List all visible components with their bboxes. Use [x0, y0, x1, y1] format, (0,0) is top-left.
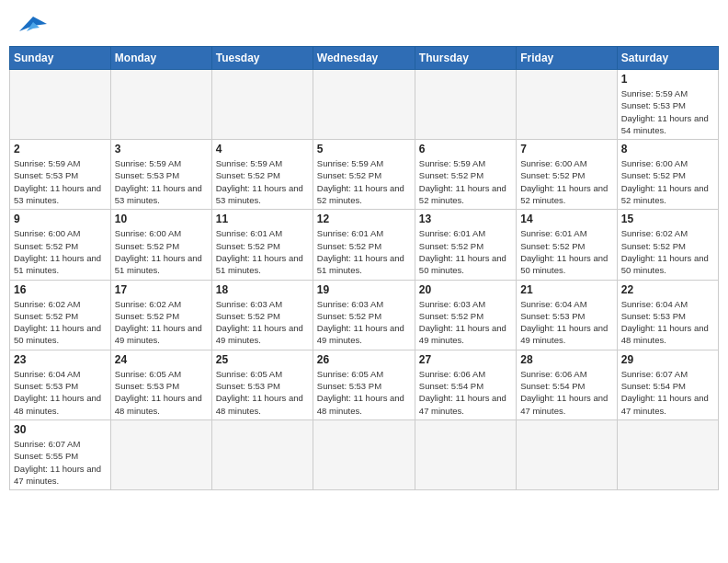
calendar-cell: 11Sunrise: 6:01 AMSunset: 5:52 PMDayligh… [211, 210, 313, 280]
day-number: 14 [520, 213, 612, 225]
calendar-cell [415, 70, 516, 140]
calendar-cell [211, 70, 313, 140]
day-info: Sunrise: 5:59 AMSunset: 5:52 PMDaylight:… [317, 157, 411, 206]
day-info: Sunrise: 6:07 AMSunset: 5:55 PMDaylight:… [14, 438, 107, 487]
calendar-cell [10, 70, 111, 140]
day-number: 6 [419, 143, 512, 155]
calendar-cell: 19Sunrise: 6:03 AMSunset: 5:52 PMDayligh… [313, 280, 415, 350]
day-number: 15 [621, 213, 714, 225]
day-info: Sunrise: 6:05 AMSunset: 5:53 PMDaylight:… [216, 368, 309, 417]
day-number: 4 [216, 143, 309, 155]
calendar-cell: 4Sunrise: 5:59 AMSunset: 5:52 PMDaylight… [211, 140, 313, 210]
day-info: Sunrise: 6:06 AMSunset: 5:54 PMDaylight:… [419, 368, 512, 417]
week-row-1: 1Sunrise: 5:59 AMSunset: 5:53 PMDaylight… [10, 70, 719, 140]
day-number: 1 [621, 73, 714, 86]
calendar-cell: 26Sunrise: 6:05 AMSunset: 5:53 PMDayligh… [313, 350, 415, 419]
weekday-header-saturday: Saturday [617, 47, 718, 70]
calendar-cell [313, 70, 415, 140]
calendar-cell [110, 419, 211, 489]
day-info: Sunrise: 5:59 AMSunset: 5:53 PMDaylight:… [14, 157, 107, 206]
calendar-cell: 23Sunrise: 6:04 AMSunset: 5:53 PMDayligh… [10, 350, 111, 419]
calendar-cell: 29Sunrise: 6:07 AMSunset: 5:54 PMDayligh… [617, 350, 718, 419]
day-number: 3 [115, 143, 208, 155]
calendar-cell: 10Sunrise: 6:00 AMSunset: 5:52 PMDayligh… [110, 210, 211, 280]
weekday-header-wednesday: Wednesday [313, 47, 415, 70]
day-info: Sunrise: 6:07 AMSunset: 5:54 PMDaylight:… [621, 368, 714, 417]
calendar-cell: 14Sunrise: 6:01 AMSunset: 5:52 PMDayligh… [517, 210, 617, 280]
calendar-cell [211, 419, 313, 489]
calendar-cell [110, 70, 211, 140]
day-info: Sunrise: 6:03 AMSunset: 5:52 PMDaylight:… [216, 298, 309, 347]
weekday-header-thursday: Thursday [415, 47, 516, 70]
day-info: Sunrise: 6:00 AMSunset: 5:52 PMDaylight:… [115, 227, 208, 276]
weekday-header-sunday: Sunday [10, 47, 111, 70]
day-number: 28 [520, 353, 612, 366]
day-number: 16 [14, 283, 107, 296]
calendar-cell: 24Sunrise: 6:05 AMSunset: 5:53 PMDayligh… [110, 350, 211, 419]
week-row-3: 9Sunrise: 6:00 AMSunset: 5:52 PMDaylight… [10, 210, 719, 280]
day-number: 2 [14, 143, 107, 155]
day-number: 9 [14, 213, 107, 225]
day-info: Sunrise: 6:03 AMSunset: 5:52 PMDaylight:… [317, 298, 411, 347]
day-info: Sunrise: 6:00 AMSunset: 5:52 PMDaylight:… [520, 157, 612, 206]
weekday-header-monday: Monday [110, 47, 211, 70]
calendar-cell: 27Sunrise: 6:06 AMSunset: 5:54 PMDayligh… [415, 350, 516, 419]
day-number: 24 [115, 353, 208, 366]
day-info: Sunrise: 6:02 AMSunset: 5:52 PMDaylight:… [14, 298, 107, 347]
day-number: 22 [621, 283, 714, 296]
day-number: 11 [216, 213, 309, 225]
calendar-cell: 6Sunrise: 5:59 AMSunset: 5:52 PMDaylight… [415, 140, 516, 210]
calendar-cell [415, 419, 516, 489]
week-row-2: 2Sunrise: 5:59 AMSunset: 5:53 PMDaylight… [10, 140, 719, 210]
calendar-cell: 12Sunrise: 6:01 AMSunset: 5:52 PMDayligh… [313, 210, 415, 280]
day-info: Sunrise: 6:00 AMSunset: 5:52 PMDaylight:… [621, 157, 714, 206]
weekday-header-tuesday: Tuesday [211, 47, 313, 70]
logo-bird-icon [19, 13, 47, 35]
day-info: Sunrise: 6:04 AMSunset: 5:53 PMDaylight:… [520, 298, 612, 347]
day-number: 29 [621, 353, 714, 366]
day-number: 5 [317, 143, 411, 155]
week-row-4: 16Sunrise: 6:02 AMSunset: 5:52 PMDayligh… [10, 280, 719, 350]
calendar-cell: 22Sunrise: 6:04 AMSunset: 5:53 PMDayligh… [617, 280, 718, 350]
day-number: 23 [14, 353, 107, 366]
calendar-table: SundayMondayTuesdayWednesdayThursdayFrid… [9, 46, 719, 490]
calendar-cell [617, 419, 718, 489]
day-number: 18 [216, 283, 309, 296]
week-row-5: 23Sunrise: 6:04 AMSunset: 5:53 PMDayligh… [10, 350, 719, 419]
page-header [9, 9, 719, 39]
calendar-cell: 18Sunrise: 6:03 AMSunset: 5:52 PMDayligh… [211, 280, 313, 350]
day-number: 8 [621, 143, 714, 155]
day-number: 19 [317, 283, 411, 296]
calendar-cell: 3Sunrise: 5:59 AMSunset: 5:53 PMDaylight… [110, 140, 211, 210]
calendar-cell: 21Sunrise: 6:04 AMSunset: 5:53 PMDayligh… [517, 280, 617, 350]
calendar-cell: 8Sunrise: 6:00 AMSunset: 5:52 PMDaylight… [617, 140, 718, 210]
day-info: Sunrise: 6:00 AMSunset: 5:52 PMDaylight:… [14, 227, 107, 276]
day-info: Sunrise: 6:04 AMSunset: 5:53 PMDaylight:… [14, 368, 107, 417]
calendar-cell: 13Sunrise: 6:01 AMSunset: 5:52 PMDayligh… [415, 210, 516, 280]
day-number: 17 [115, 283, 208, 296]
day-number: 26 [317, 353, 411, 366]
calendar-cell: 16Sunrise: 6:02 AMSunset: 5:52 PMDayligh… [10, 280, 111, 350]
day-info: Sunrise: 6:06 AMSunset: 5:54 PMDaylight:… [520, 368, 612, 417]
day-number: 20 [419, 283, 512, 296]
calendar-cell: 1Sunrise: 5:59 AMSunset: 5:53 PMDaylight… [617, 70, 718, 140]
week-row-6: 30Sunrise: 6:07 AMSunset: 5:55 PMDayligh… [10, 419, 719, 489]
day-number: 30 [14, 423, 107, 436]
day-info: Sunrise: 6:01 AMSunset: 5:52 PMDaylight:… [216, 227, 309, 276]
calendar-cell: 25Sunrise: 6:05 AMSunset: 5:53 PMDayligh… [211, 350, 313, 419]
calendar-cell [313, 419, 415, 489]
calendar-cell: 7Sunrise: 6:00 AMSunset: 5:52 PMDaylight… [517, 140, 617, 210]
day-info: Sunrise: 5:59 AMSunset: 5:52 PMDaylight:… [419, 157, 512, 206]
day-number: 21 [520, 283, 612, 296]
logo [15, 13, 47, 35]
day-info: Sunrise: 6:05 AMSunset: 5:53 PMDaylight:… [115, 368, 208, 417]
day-info: Sunrise: 6:02 AMSunset: 5:52 PMDaylight:… [621, 227, 714, 276]
calendar-cell: 2Sunrise: 5:59 AMSunset: 5:53 PMDaylight… [10, 140, 111, 210]
calendar-cell: 9Sunrise: 6:00 AMSunset: 5:52 PMDaylight… [10, 210, 111, 280]
weekday-header-friday: Friday [517, 47, 617, 70]
calendar-cell [517, 70, 617, 140]
calendar-cell: 15Sunrise: 6:02 AMSunset: 5:52 PMDayligh… [617, 210, 718, 280]
weekday-header-row: SundayMondayTuesdayWednesdayThursdayFrid… [10, 47, 719, 70]
day-info: Sunrise: 6:01 AMSunset: 5:52 PMDaylight:… [520, 227, 612, 276]
calendar-cell: 28Sunrise: 6:06 AMSunset: 5:54 PMDayligh… [517, 350, 617, 419]
